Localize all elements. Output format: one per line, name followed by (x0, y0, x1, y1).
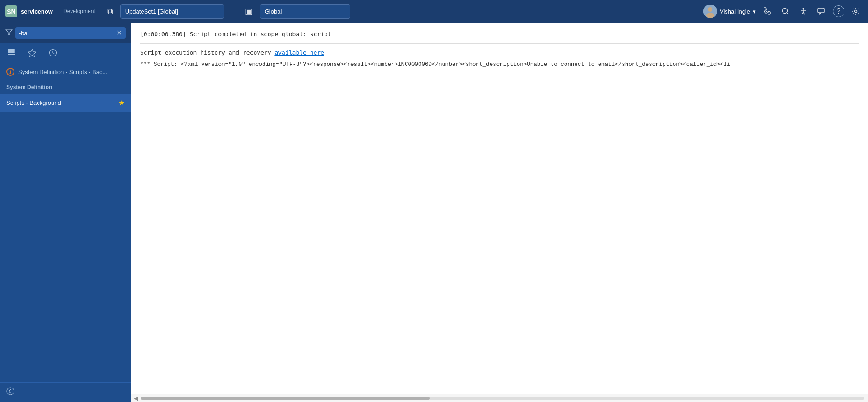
output-history-prefix: Script execution history and recovery (140, 49, 274, 56)
sidebar-search-area: ✕ (0, 23, 131, 43)
svg-marker-15 (6, 29, 12, 35)
user-dropdown-arrow: ▾ (753, 8, 756, 15)
svg-rect-17 (8, 51, 15, 53)
tab-list[interactable] (5, 46, 17, 63)
instance-label: Development (63, 8, 95, 14)
user-name: Vishal Ingle (720, 8, 750, 15)
search-clear-icon[interactable]: ✕ (116, 29, 122, 37)
output-history-line: Script execution history and recovery av… (140, 48, 859, 57)
sidebar-tabs (0, 43, 131, 63)
tab-favorites[interactable] (26, 46, 38, 63)
main-content: [0:00:00.380] Script completed in scope … (131, 23, 868, 402)
horizontal-scrollbar: ◀ (131, 394, 868, 402)
scroll-left-btn[interactable]: ◀ (133, 395, 139, 402)
search-input-wrapper: ✕ (15, 27, 126, 39)
nav-item-star-icon[interactable]: ★ (118, 98, 125, 107)
accessibility-icon-btn[interactable] (797, 5, 810, 17)
tab-history[interactable] (47, 46, 59, 63)
output-completion-line: [0:00:00.380] Script completed in scope … (140, 30, 859, 39)
history-icon (49, 49, 57, 57)
svg-point-4 (708, 7, 712, 12)
svg-point-5 (706, 13, 714, 18)
scroll-track[interactable] (141, 397, 864, 400)
settings-icon (852, 7, 860, 15)
output-area: [0:00:00.380] Script completed in scope … (131, 23, 868, 394)
screen-icon-btn[interactable]: ▣ (242, 5, 255, 18)
update-set-wrapper: UpdateSet1 [Global] (120, 4, 238, 19)
nav-item-label: Scripts - Background (6, 99, 61, 106)
scope-select[interactable]: Global (260, 4, 350, 19)
sidebar-result-item[interactable]: ℹ System Definition - Scripts - Bac... (0, 63, 131, 80)
funnel-icon (5, 28, 13, 36)
list-icon (7, 49, 15, 56)
output-separator (140, 43, 859, 44)
svg-line-12 (803, 12, 805, 14)
help-icon-btn[interactable]: ? (833, 5, 844, 17)
update-set-select[interactable]: UpdateSet1 [Global] (120, 4, 224, 19)
top-navigation: SN servicenow Development ⧉ UpdateSet1 [… (0, 0, 868, 23)
filter-icon (5, 28, 13, 37)
output-xml-code: *** Script: <?xml version="1.0" encoding… (140, 61, 730, 68)
main-layout: ✕ (0, 23, 868, 402)
sidebar-nav-scripts-background[interactable]: Scripts - Background ★ (0, 94, 131, 112)
back-button[interactable] (6, 387, 14, 397)
phone-icon-btn[interactable] (760, 5, 774, 17)
svg-point-21 (7, 388, 14, 395)
search-icon (781, 7, 789, 15)
avatar (703, 5, 717, 18)
user-area[interactable]: Vishal Ingle ▾ (703, 5, 756, 18)
search-input[interactable] (19, 30, 113, 37)
svg-point-14 (855, 10, 857, 13)
clipboard-icon-btn[interactable]: ⧉ (104, 5, 116, 18)
avatar-image (703, 5, 717, 18)
sidebar-bottom (0, 382, 131, 402)
svg-rect-18 (8, 54, 15, 55)
svg-text:SN: SN (7, 8, 15, 15)
svg-line-11 (802, 12, 803, 14)
back-icon (6, 387, 14, 395)
svg-point-8 (803, 8, 804, 9)
output-code-line: *** Script: <?xml version="1.0" encoding… (140, 60, 859, 69)
sidebar-category: System Definition (0, 80, 131, 94)
chat-icon-btn[interactable] (815, 5, 828, 17)
sidebar-content: ℹ System Definition - Scripts - Bac... S… (0, 63, 131, 382)
accessibility-icon (799, 7, 807, 15)
star-tab-icon (28, 49, 36, 57)
svg-rect-13 (818, 8, 824, 13)
scroll-thumb (141, 397, 430, 400)
sidebar: ✕ (0, 23, 131, 402)
available-here-link[interactable]: available here (274, 49, 324, 56)
settings-icon-btn[interactable] (849, 5, 863, 17)
svg-marker-19 (28, 49, 36, 57)
svg-text:servicenow: servicenow (21, 8, 53, 15)
scope-wrapper: Global (260, 4, 359, 19)
logo-area: SN servicenow Development (5, 5, 95, 17)
result-info-icon: ℹ (6, 68, 14, 76)
search-icon-btn[interactable] (778, 5, 792, 17)
servicenow-logo: SN servicenow (5, 5, 60, 17)
svg-rect-16 (8, 49, 15, 51)
svg-point-6 (783, 9, 788, 14)
result-item-label: System Definition - Scripts - Bac... (18, 69, 107, 75)
phone-icon (763, 7, 771, 15)
svg-line-7 (787, 13, 789, 15)
chat-icon (817, 7, 826, 15)
